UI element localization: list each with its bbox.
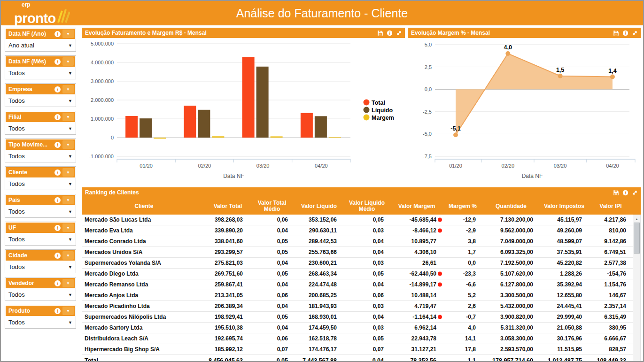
table-row[interactable]: Mercado Remanso Ltda259.867,410,04224.47… bbox=[82, 279, 641, 290]
client-name-cell: Mercado Remanso Ltda bbox=[82, 281, 206, 288]
info-icon[interactable]: i bbox=[54, 31, 61, 37]
column-header-quantidade[interactable]: Quantidade bbox=[482, 203, 540, 209]
value-cell: 0,05 bbox=[343, 335, 390, 342]
filter-header-dropdown-button[interactable]: ▼ bbox=[62, 279, 74, 287]
column-header-valor-l-quido[interactable]: Valor Líquido bbox=[295, 203, 343, 209]
filter-select-cidade[interactable]: Todos▼ bbox=[5, 261, 76, 273]
filter-select-data-nf-m-s[interactable]: Todos▼ bbox=[5, 67, 76, 79]
value-cell: 3.058.300,00 bbox=[482, 335, 540, 342]
bar-chart-body[interactable]: 5.000.0004.000.0003.000.0002.000.0001.00… bbox=[82, 38, 405, 185]
filter-header-dropdown-button[interactable]: ▼ bbox=[62, 223, 74, 232]
scrollbar-down-icon[interactable]: ▼ bbox=[633, 359, 640, 362]
info-icon[interactable]: i bbox=[54, 253, 61, 259]
filter-header-dropdown-button[interactable]: ▼ bbox=[62, 307, 74, 315]
value-cell: 10.488,14 bbox=[390, 292, 443, 299]
expand-icon[interactable] bbox=[632, 30, 638, 36]
info-icon[interactable]: i bbox=[54, 225, 61, 231]
info-icon[interactable]: i bbox=[54, 142, 61, 148]
filter-select-uf[interactable]: Todos▼ bbox=[5, 233, 76, 245]
table-row[interactable]: Mercado São Lucas Ltda398.268,030,06353.… bbox=[82, 215, 641, 225]
value-cell: -62.440,50 bbox=[390, 270, 443, 277]
column-header-valor-l-quido-m-dio[interactable]: Valor LíquidoMédio bbox=[343, 200, 390, 212]
bar-total-03-20[interactable] bbox=[242, 57, 255, 138]
filter-select-pa-s[interactable]: Todos▼ bbox=[5, 206, 76, 217]
data-point-03-20[interactable] bbox=[558, 74, 563, 78]
bar-total-04-20[interactable] bbox=[301, 113, 313, 138]
table-row[interactable]: Distribuidora Leach S/A192.695,740,06162… bbox=[82, 333, 641, 344]
filter-header-dropdown-button[interactable]: ▼ bbox=[62, 140, 74, 149]
info-icon[interactable]: i bbox=[54, 308, 61, 314]
value-cell: 12.655,80 bbox=[540, 292, 589, 299]
filter-select-filial[interactable]: Todos▼ bbox=[5, 123, 76, 134]
filter-header-dropdown-button[interactable]: ▼ bbox=[62, 168, 74, 177]
table-row[interactable]: Mercado Anjos Ltda213.341,050,06200.685,… bbox=[82, 290, 641, 301]
column-header-valor-margem[interactable]: Valor Margem bbox=[390, 203, 443, 209]
filter-header-data-nf-m-s: Data NF (Mês)i▼ bbox=[6, 56, 75, 67]
table-row[interactable]: Mercado Conrado Ltda338.041,600,05289.44… bbox=[82, 236, 641, 247]
info-icon[interactable]: i bbox=[622, 190, 628, 196]
bar-l-quido-04-20[interactable] bbox=[315, 116, 327, 138]
expand-icon[interactable] bbox=[396, 30, 402, 36]
filter-select-data-nf-ano[interactable]: Ano atual▼ bbox=[5, 39, 76, 51]
bar-l-quido-03-20[interactable] bbox=[256, 67, 269, 138]
info-icon[interactable]: i bbox=[54, 169, 61, 176]
table-row[interactable]: Mercado Picadinho Ltda206.389,340,04181.… bbox=[82, 301, 641, 312]
info-icon[interactable]: i bbox=[54, 280, 61, 286]
table-row[interactable]: Mercados Unidos S/A293.299,570,05255.763… bbox=[82, 247, 641, 258]
info-icon[interactable]: i bbox=[387, 30, 393, 36]
bar-total-01-20[interactable] bbox=[125, 116, 138, 138]
value-cell: 2,6 bbox=[443, 303, 482, 309]
table-row[interactable]: Mercado Diego Ltda269.751,600,05268.463,… bbox=[82, 269, 641, 279]
bar-chart-svg[interactable]: 5.000.0004.000.0003.000.0002.000.0001.00… bbox=[82, 38, 405, 185]
bar-l-quido-02-20[interactable] bbox=[198, 110, 210, 138]
save-icon[interactable] bbox=[613, 190, 619, 196]
bar-total-02-20[interactable] bbox=[184, 106, 196, 138]
value-cell: 0,05 bbox=[249, 249, 295, 255]
table-row[interactable]: Supermercados Yolanda S/A275.821,030,042… bbox=[82, 258, 641, 269]
filter-select-cliente[interactable]: Todos▼ bbox=[5, 178, 76, 190]
filter-header-dropdown-button[interactable]: ▼ bbox=[62, 251, 74, 260]
scrollbar-thumb[interactable] bbox=[634, 223, 640, 254]
info-icon[interactable]: i bbox=[54, 114, 61, 120]
column-header-cliente[interactable]: Cliente bbox=[82, 203, 206, 209]
area-chart-body[interactable]: 5,02,50,0-2,5-5,0-7,5-5,14,01,51,401/200… bbox=[408, 38, 641, 185]
data-point-01-20[interactable] bbox=[453, 132, 458, 137]
bar-l-quido-01-20[interactable] bbox=[140, 118, 152, 138]
scrollbar-up-icon[interactable]: ▲ bbox=[633, 216, 640, 222]
table-row[interactable]: Hipermercado Big Shop S/A185.992,120,071… bbox=[82, 344, 641, 355]
info-icon[interactable]: i bbox=[622, 30, 628, 36]
filter-header-dropdown-button[interactable]: ▼ bbox=[62, 30, 74, 38]
table-row[interactable]: Mercado Sartory Ltda195.510,380,04174.45… bbox=[82, 323, 641, 333]
info-icon[interactable]: i bbox=[54, 86, 61, 92]
data-point-04-20[interactable] bbox=[610, 75, 615, 79]
column-header-margem[interactable]: Margem % bbox=[443, 203, 482, 209]
filter-header-dropdown-button[interactable]: ▼ bbox=[62, 57, 74, 66]
save-icon[interactable] bbox=[613, 30, 619, 36]
area-chart-svg[interactable]: 5,02,50,0-2,5-5,0-7,5-5,14,01,51,401/200… bbox=[408, 38, 641, 185]
info-icon[interactable]: i bbox=[54, 197, 61, 203]
data-point-02-20[interactable] bbox=[505, 51, 510, 56]
filter-header-dropdown-button[interactable]: ▼ bbox=[62, 196, 74, 204]
save-icon[interactable] bbox=[377, 30, 383, 36]
bar-margem-01-20[interactable] bbox=[154, 138, 166, 139]
svg-text:Margem: Margem bbox=[372, 115, 394, 121]
bar-margem-02-20[interactable] bbox=[212, 136, 224, 138]
bar-margem-03-20[interactable] bbox=[271, 136, 283, 138]
filter-select-vendedor[interactable]: Todos▼ bbox=[5, 289, 76, 300]
filter-uf: UFi▼Todos▼ bbox=[5, 222, 76, 246]
bar-margem-04-20[interactable] bbox=[329, 137, 341, 138]
filter-select-empresa[interactable]: Todos▼ bbox=[5, 95, 76, 107]
column-header-valor-impostos[interactable]: Valor Impostos bbox=[540, 203, 589, 209]
filter-select-produto[interactable]: Todos▼ bbox=[5, 316, 76, 328]
expand-icon[interactable] bbox=[632, 190, 638, 196]
table-row[interactable]: Supermercados Nilópolis Ltda198.929,410,… bbox=[82, 312, 641, 323]
column-header-valor-total[interactable]: Valor Total bbox=[206, 203, 249, 209]
column-header-valor-total-m-dio[interactable]: Valor TotalMédio bbox=[249, 200, 295, 212]
filter-select-tipo-movime[interactable]: Todos▼ bbox=[5, 150, 76, 162]
column-header-valor-ipi[interactable]: Valor IPI bbox=[589, 203, 633, 209]
info-icon[interactable]: i bbox=[54, 59, 61, 65]
table-scrollbar[interactable]: ▲ ▼ bbox=[633, 215, 641, 362]
table-row[interactable]: Mercado Eva Ltda339.890,200,04290.630,11… bbox=[82, 225, 641, 236]
filter-header-dropdown-button[interactable]: ▼ bbox=[62, 85, 74, 93]
filter-header-dropdown-button[interactable]: ▼ bbox=[62, 113, 74, 121]
